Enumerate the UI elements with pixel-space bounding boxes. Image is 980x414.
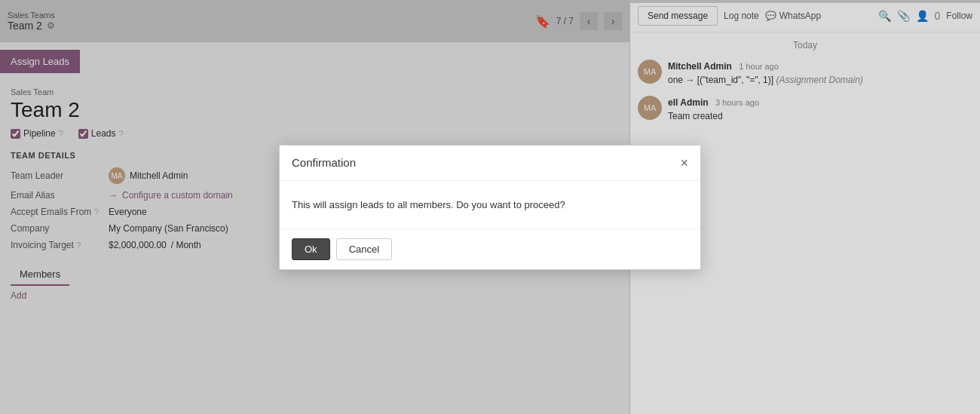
dialog-footer: Ok Cancel [280, 228, 700, 269]
dialog-overlay: Confirmation × This will assign leads to… [0, 0, 980, 414]
dialog-header: Confirmation × [280, 146, 700, 181]
dialog-title: Confirmation [292, 156, 356, 169]
dialog-ok-button[interactable]: Ok [292, 238, 330, 260]
confirmation-dialog: Confirmation × This will assign leads to… [279, 145, 701, 270]
dialog-message: This will assign leads to all members. D… [292, 199, 565, 210]
dialog-cancel-button[interactable]: Cancel [336, 238, 392, 260]
dialog-close-button[interactable]: × [680, 156, 688, 170]
dialog-body: This will assign leads to all members. D… [280, 181, 700, 228]
